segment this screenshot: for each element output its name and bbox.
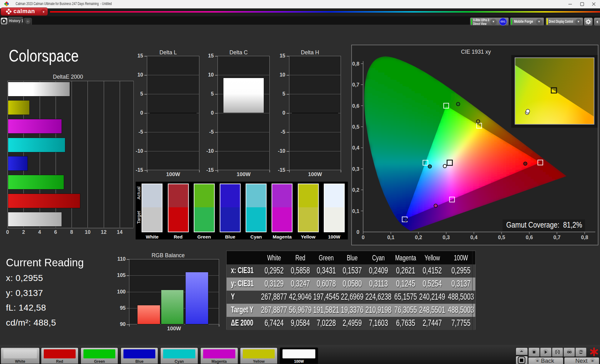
svg-text:0: 0 <box>362 234 364 240</box>
svg-text:0,4: 0,4 <box>352 145 360 150</box>
svg-text:0,6: 0,6 <box>526 234 533 240</box>
svg-text:Gamut Coverage: 81,2%: Gamut Coverage: 81,2% <box>506 220 582 229</box>
svg-text:0,4: 0,4 <box>470 234 478 240</box>
svg-text:0,7: 0,7 <box>553 234 561 240</box>
svg-text:0,1: 0,1 <box>352 208 359 214</box>
svg-text:0,3: 0,3 <box>442 234 450 240</box>
svg-text:0,8: 0,8 <box>352 61 359 66</box>
svg-text:0,6: 0,6 <box>352 103 359 109</box>
svg-text:CIE 1931 xy: CIE 1931 xy <box>461 49 491 55</box>
svg-text:0,1: 0,1 <box>387 234 394 240</box>
svg-text:0,8: 0,8 <box>581 234 588 240</box>
svg-text:0,7: 0,7 <box>352 82 359 87</box>
svg-text:0,5: 0,5 <box>352 124 359 130</box>
svg-text:0,2: 0,2 <box>415 234 422 240</box>
svg-text:0,2: 0,2 <box>352 187 359 193</box>
svg-text:0,3: 0,3 <box>352 166 359 172</box>
svg-text:0,5: 0,5 <box>498 234 505 240</box>
svg-text:0: 0 <box>357 229 359 235</box>
